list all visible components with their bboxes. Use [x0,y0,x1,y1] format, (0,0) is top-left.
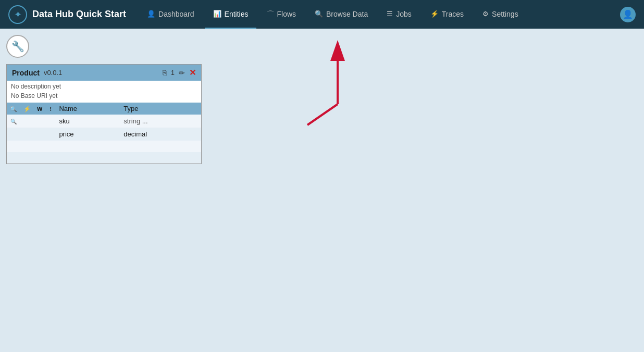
row2-type: decimal [120,128,201,141]
row2-exclaim [45,128,56,141]
svg-line-2 [307,104,338,125]
jobs-icon: ☰ [387,10,393,18]
row1-exclaim [45,115,56,128]
row1-name: sku [56,115,120,128]
price-name: price [59,130,73,138]
row2-w [34,128,45,141]
nav-item-jobs[interactable]: ☰ Jobs [378,0,420,29]
name-col-label: Name [59,105,77,112]
browse-data-icon: 🔍 [315,10,323,18]
row-search-icon: 🔍 [10,119,17,124]
nav-item-browse-data[interactable]: 🔍 Browse Data [306,0,376,29]
wrench-button[interactable]: 🔧 [6,35,29,58]
row1-w [34,115,45,128]
product-card: Product v0.0.1 ⎘ 1 ✏ ✕ No description ye… [6,64,202,164]
table-row: 🔍 sku string ... [7,115,201,128]
nav-items: 👤 Dashboard 📊 Entities ⌒ Flows 🔍 Browse … [139,0,620,29]
main-content: 🔧 Product v0.0.1 ⎘ 1 ✏ ✕ No description … [0,29,644,352]
entities-icon: 📊 [213,10,221,18]
row1-flash [20,115,34,128]
nav-label-browse-data: Browse Data [326,10,368,18]
sku-name: sku [59,117,69,125]
search-col-icon: 🔍 [10,106,17,112]
nav-item-settings[interactable]: ⚙ Settings [474,0,527,29]
settings-icon: ⚙ [482,10,489,18]
card-header: Product v0.0.1 ⎘ 1 ✏ ✕ [7,65,201,81]
card-table: 🔍 ⚡ W ! Name Type [7,103,201,164]
sku-type: string ... [123,117,147,125]
price-type: decimal [123,130,147,138]
nav-label-settings: Settings [492,10,518,18]
row1-search: 🔍 [7,115,20,128]
user-avatar[interactable]: 👤 [620,7,636,22]
dashboard-icon: 👤 [147,10,155,18]
wrench-icon: 🔧 [11,40,24,53]
type-col-label: Type [123,105,138,112]
col-w-icon: W [34,103,45,115]
navbar: ✦ Data Hub Quick Start 👤 Dashboard 📊 Ent… [0,0,644,29]
nav-label-traces: Traces [442,10,464,18]
row2-name: price [56,128,120,141]
nav-label-dashboard: Dashboard [158,10,194,18]
row1-type: string ... [120,115,201,128]
nav-item-flows[interactable]: ⌒ Flows [258,0,304,29]
card-base-uri: No Base URI yet [7,91,201,103]
col-name: Name [56,103,120,115]
logo-icon: ✦ [8,5,27,24]
nav-item-dashboard[interactable]: 👤 Dashboard [139,0,203,29]
table-row-empty [7,152,201,164]
card-title: Product [12,69,40,77]
w-col-icon: W [37,106,42,112]
nav-item-entities[interactable]: 📊 Entities [205,0,257,29]
flash-col-icon: ⚡ [23,106,31,112]
row2-flash [20,128,34,141]
nav-logo: ✦ Data Hub Quick Start [8,5,126,24]
app-title: Data Hub Quick Start [32,9,126,20]
col-flash-icon: ⚡ [20,103,34,115]
nav-item-traces[interactable]: ⚡ Traces [422,0,472,29]
nav-label-flows: Flows [277,10,296,18]
card-description: No description yet [7,81,201,91]
table-row: price decimal [7,128,201,141]
table-header-row: 🔍 ⚡ W ! Name Type [7,103,201,115]
count-value: 1 [171,69,175,77]
col-search-icon: 🔍 [7,103,20,115]
close-icon[interactable]: ✕ [189,68,196,78]
traces-icon: ⚡ [430,10,439,18]
card-version: v0.0.1 [44,69,62,77]
nav-label-jobs: Jobs [396,10,412,18]
table-row-empty [7,141,201,152]
nav-label-entities: Entities [225,10,249,18]
flows-icon: ⌒ [266,9,275,19]
row2-search [7,128,20,141]
card-header-actions: ⎘ 1 ✏ ✕ [163,68,196,78]
col-exclaim-icon: ! [45,103,56,115]
copy-icon[interactable]: ⎘ [163,69,167,77]
edit-icon[interactable]: ✏ [179,69,185,77]
col-type: Type [120,103,201,115]
exclaim-col-icon: ! [50,106,52,112]
card-count: 1 [171,69,175,77]
